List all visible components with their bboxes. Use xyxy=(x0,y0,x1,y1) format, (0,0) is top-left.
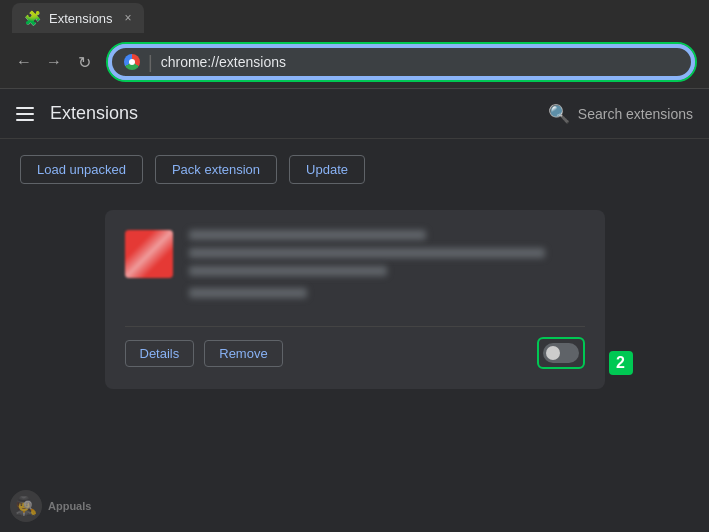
extensions-tab[interactable]: 🧩 Extensions × xyxy=(12,3,144,33)
forward-button[interactable]: → xyxy=(42,50,66,74)
back-button[interactable]: ← xyxy=(12,50,36,74)
details-button[interactable]: Details xyxy=(125,340,195,367)
watermark-icon: 🕵️ xyxy=(10,490,42,522)
extensions-header: Extensions 🔍 Search extensions xyxy=(0,89,709,139)
address-bar-container: | chrome://extensions 1 xyxy=(106,42,697,82)
actions-bar: Load unpacked Pack extension Update xyxy=(0,139,709,200)
browser-chrome: ← → ↻ | chrome://extensions 1 xyxy=(0,36,709,89)
extension-info xyxy=(189,230,585,306)
tab-close-button[interactable]: × xyxy=(125,11,132,25)
extension-card: Details Remove 2 xyxy=(105,210,605,389)
toggle-area: 2 xyxy=(537,337,585,369)
search-area[interactable]: 🔍 Search extensions xyxy=(548,103,693,125)
card-footer-buttons: Details Remove xyxy=(125,340,283,367)
address-bar[interactable]: | chrome://extensions xyxy=(110,46,693,78)
search-icon: 🔍 xyxy=(548,103,570,125)
extensions-page: Extensions 🔍 Search extensions Load unpa… xyxy=(0,89,709,532)
hamburger-line-3 xyxy=(16,119,34,121)
url-separator: | xyxy=(148,53,153,71)
title-bar: 🧩 Extensions × xyxy=(0,0,709,36)
toggle-knob xyxy=(546,346,560,360)
toggle-container xyxy=(537,337,585,369)
ext-name-blurred xyxy=(189,230,427,240)
load-unpacked-button[interactable]: Load unpacked xyxy=(20,155,143,184)
update-button[interactable]: Update xyxy=(289,155,365,184)
extension-toggle[interactable] xyxy=(543,343,579,363)
cards-area: Details Remove 2 xyxy=(0,200,709,532)
reload-button[interactable]: ↻ xyxy=(72,50,96,74)
page-title: Extensions xyxy=(50,103,532,124)
search-placeholder: Search extensions xyxy=(578,106,693,122)
nav-buttons: ← → ↻ xyxy=(12,50,96,74)
card-body xyxy=(125,230,585,306)
watermark-text: Appuals xyxy=(48,500,91,512)
hamburger-line-1 xyxy=(16,107,34,109)
ext-desc-blurred-1 xyxy=(189,248,545,258)
badge-2: 2 xyxy=(609,351,633,375)
watermark: 🕵️ Appuals xyxy=(10,490,91,522)
card-footer: Details Remove 2 xyxy=(125,326,585,369)
ext-desc-blurred-2 xyxy=(189,266,387,276)
tab-title: Extensions xyxy=(49,11,113,26)
url-text: chrome://extensions xyxy=(161,54,286,70)
puzzle-icon: 🧩 xyxy=(24,10,41,26)
tab-area: 🧩 Extensions × xyxy=(12,3,144,33)
chrome-logo-icon xyxy=(124,54,140,70)
extension-icon xyxy=(125,230,173,278)
extension-icon-area xyxy=(125,230,173,278)
menu-button[interactable] xyxy=(16,107,34,121)
ext-version-blurred xyxy=(189,288,308,298)
pack-extension-button[interactable]: Pack extension xyxy=(155,155,277,184)
address-bar-outline: | chrome://extensions xyxy=(106,42,697,82)
remove-button[interactable]: Remove xyxy=(204,340,282,367)
hamburger-line-2 xyxy=(16,113,34,115)
